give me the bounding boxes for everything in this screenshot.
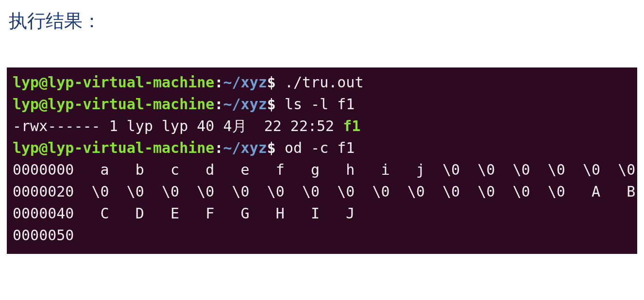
od-output-line-1: 0000000 a b c d e f g h i j \0 \0 \0 \0 … (13, 161, 635, 178)
prompt-user-host: lyp@lyp-virtual-machine (13, 74, 214, 91)
prompt-dollar: $ (267, 96, 276, 113)
od-output-line-3: 0000040 C D E F G H I J (13, 205, 355, 222)
command-2: ls -l f1 (276, 96, 355, 113)
terminal-window: lyp@lyp-virtual-machine:~/xyz$ ./tru.out… (7, 67, 637, 254)
command-3: od -c f1 (276, 139, 355, 156)
prompt-user-host: lyp@lyp-virtual-machine (13, 96, 214, 113)
od-output-line-4: 0000050 (13, 227, 74, 244)
prompt-path: ~/xyz (223, 96, 267, 113)
ls-output-filename: f1 (343, 117, 360, 134)
prompt-colon: : (214, 96, 223, 113)
page-heading: 执行结果： (9, 9, 644, 33)
prompt-dollar: $ (267, 74, 276, 91)
prompt-path: ~/xyz (223, 139, 267, 156)
command-1: ./tru.out (276, 74, 364, 91)
prompt-path: ~/xyz (223, 74, 267, 91)
ls-output-prefix: -rwx------ 1 lyp lyp 40 4月 22 22:52 (13, 117, 343, 134)
prompt-colon: : (214, 74, 223, 91)
prompt-user-host: lyp@lyp-virtual-machine (13, 139, 214, 156)
prompt-dollar: $ (267, 139, 276, 156)
od-output-line-2: 0000020 \0 \0 \0 \0 \0 \0 \0 \0 \0 \0 \0… (13, 183, 635, 200)
prompt-colon: : (214, 139, 223, 156)
